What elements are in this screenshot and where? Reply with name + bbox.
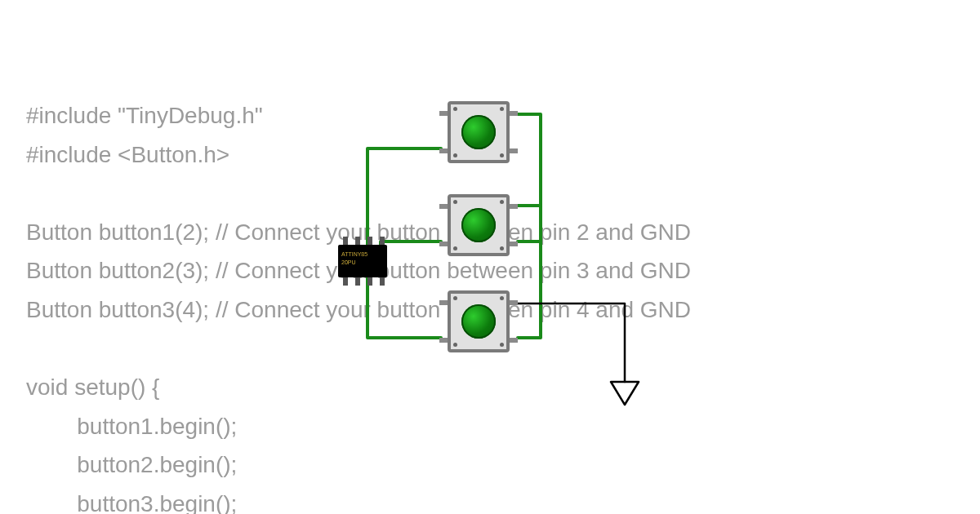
code-line: Button button3(4); // Connect your butto…: [26, 297, 691, 322]
button-screw-icon: [453, 343, 457, 347]
button-leg: [510, 241, 518, 246]
button-screw-icon: [500, 343, 504, 347]
button-leg: [510, 111, 518, 116]
chip-label: ATTINY85: [341, 251, 368, 257]
button-screw-icon: [500, 153, 504, 157]
chip-pin: [368, 237, 372, 245]
pushbutton-2[interactable]: [448, 194, 510, 256]
chip-label: 20PU: [341, 259, 356, 265]
button-leg: [510, 300, 518, 305]
button-leg: [439, 338, 448, 343]
button-leg: [510, 338, 518, 343]
diagram-stage: #include "TinyDebug.h" #include <Button.…: [0, 0, 980, 514]
button-screw-icon: [453, 296, 457, 300]
button-screw-icon: [453, 153, 457, 157]
pushbutton-3[interactable]: [448, 290, 510, 352]
button-screw-icon: [500, 246, 504, 250]
button-leg: [439, 148, 448, 153]
button-screw-icon: [500, 107, 504, 111]
button-screw-icon: [500, 200, 504, 204]
button-leg: [439, 111, 448, 116]
chip-pin: [368, 277, 372, 286]
button-screw-icon: [453, 107, 457, 111]
chip-pin: [343, 237, 348, 245]
code-line: button3.begin();: [26, 491, 237, 514]
button-cap-icon: [461, 115, 496, 149]
button-leg: [510, 204, 518, 209]
button-screw-icon: [500, 296, 504, 300]
chip-pin: [355, 237, 360, 245]
chip-pin: [343, 277, 348, 286]
button-cap-icon: [461, 208, 496, 242]
button-screw-icon: [453, 246, 457, 250]
code-line: button2.begin();: [26, 452, 237, 477]
pushbutton-1[interactable]: [448, 101, 510, 163]
chip-pin: [380, 237, 385, 245]
button-cap-icon: [461, 304, 496, 339]
chip-pin: [355, 277, 360, 286]
button-screw-icon: [453, 200, 457, 204]
button-leg: [439, 241, 448, 246]
code-line: button1.begin();: [26, 414, 237, 439]
attiny85-chip[interactable]: ATTINY85 20PU: [338, 245, 387, 277]
button-leg: [439, 204, 448, 209]
button-leg: [510, 148, 518, 153]
chip-pin: [380, 277, 385, 286]
code-listing: #include "TinyDebug.h" #include <Button.…: [26, 96, 691, 514]
button-leg: [439, 300, 448, 305]
code-line: void setup() {: [26, 374, 159, 400]
code-line: #include <Button.h>: [26, 142, 229, 167]
code-line: #include "TinyDebug.h": [26, 103, 263, 128]
